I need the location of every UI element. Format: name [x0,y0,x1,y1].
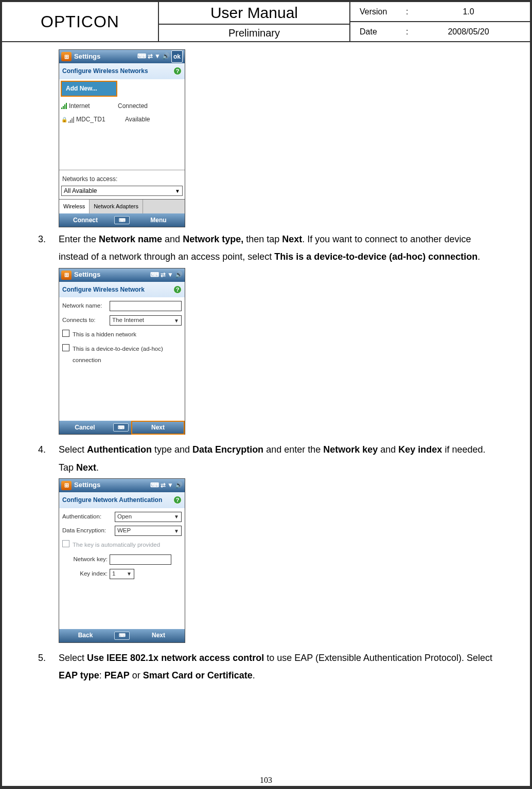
network-name: MDC_TD1 [76,114,125,125]
section-title: Configure Wireless Networks [62,65,148,77]
bold: Network type, [183,234,243,244]
step-3: 3. Enter the Network name and Network ty… [33,230,499,438]
connection-icon[interactable]: ⇄ [161,269,166,281]
version-row: Version : 1.0 [350,2,530,22]
softkey-right[interactable]: Next [131,421,185,435]
text: to use EAP (Extensible Authentication Pr… [264,653,492,663]
bold: Next [76,462,96,473]
softkey-left[interactable]: Cancel [59,422,111,434]
add-new-button[interactable]: Add New... [61,81,117,97]
adhoc-checkbox[interactable]: This is a device-to-device (ad-hoc) conn… [62,344,182,366]
softkey-right[interactable]: Menu [132,214,185,226]
keyboard-icon: ⌨ [114,632,130,640]
wifi-icon[interactable]: ▼ [154,50,161,63]
bold: Authentication [87,444,152,455]
step-number: 5. [33,649,59,684]
bold: This is a device-to-device (ad-hoc) conn… [274,252,477,262]
volume-icon[interactable]: 🔊 [162,50,170,63]
connection-icon[interactable]: ⇄ [148,50,153,63]
bold: Next [282,234,302,244]
help-icon[interactable]: ? [173,67,182,75]
step-text: Select Use IEEE 802.1x network access co… [59,649,499,684]
tab-bar: Wireless Network Adapters [59,199,185,213]
softkey-left[interactable]: Connect [59,214,112,226]
step-number: 3. [33,230,59,438]
network-key-input[interactable] [110,554,171,565]
field-label: Connects to: [62,315,110,326]
encryption-dropdown[interactable]: WEP ▼ [115,526,182,536]
field-label: Network name: [62,300,110,312]
connects-to-dropdown[interactable]: The Internet ▼ [110,315,182,326]
start-icon[interactable]: ⊞ [61,481,72,490]
sip-toggle[interactable]: ⌨ [112,216,132,224]
volume-icon[interactable]: 🔊 [175,269,183,281]
window-title: Settings [74,268,100,281]
page-content: ⊞ Settings ⌨ ⇄ ▼ 🔊 ok Configure Wireless… [2,42,530,689]
start-icon[interactable]: ⊞ [61,52,72,61]
wifi-icon[interactable]: ▼ [167,269,173,281]
wifi-icon[interactable]: ▼ [167,479,173,491]
step-text: Enter the Network name and Network type,… [59,230,499,438]
phone-screenshot-2: ⊞ Settings ⌨ ⇄ ▼ 🔊 Configure Wireless Ne… [59,268,185,435]
window-title: Settings [74,50,100,63]
hidden-network-checkbox[interactable]: This is a hidden network [62,329,182,340]
phone-screenshot-3: ⊞ Settings ⌨ ⇄ ▼ 🔊 Configure Network Aut… [59,478,185,643]
text: : [99,670,104,680]
volume-icon[interactable]: 🔊 [175,479,183,491]
network-row[interactable]: 🔒 MDC_TD1 Available [61,113,183,127]
ok-button[interactable]: ok [171,50,183,63]
access-dropdown[interactable]: All Available ▼ [61,186,183,196]
softkey-bar: Back ⌨ Next [59,629,185,642]
text: . [96,462,99,473]
bold: Use IEEE 802.1x network access control [87,653,264,663]
section-title: Configure Network Authentication [62,494,162,506]
network-status: Connected [118,100,148,112]
softkey-right[interactable]: Next [132,630,185,641]
tab-adapters[interactable]: Network Adapters [90,200,143,213]
wm-titlebar: ⊞ Settings ⌨ ⇄ ▼ 🔊 ok [59,50,185,63]
field-label: Data Encryption: [62,525,115,536]
softkey-left[interactable]: Back [59,630,112,641]
form-body: Network name: Connects to: The Internet … [59,297,185,421]
network-name-input[interactable] [110,301,182,311]
tab-wireless[interactable]: Wireless [59,200,90,213]
bold: Network key [323,444,378,455]
start-icon[interactable]: ⊞ [61,271,72,280]
keyboard-icon[interactable]: ⌨ [137,50,146,63]
connects-to-row: Connects to: The Internet ▼ [62,315,182,326]
page-rule [2,786,530,787]
checkbox-icon [62,344,69,351]
version-label: Version [360,7,406,16]
date-label: Date [360,27,406,37]
sip-toggle[interactable]: ⌨ [112,632,132,640]
text: . [253,670,255,680]
chevron-down-icon: ▼ [174,316,179,326]
network-name: Internet [69,100,118,112]
network-name-row: Network name: [62,300,182,312]
chevron-down-icon: ▼ [127,569,132,579]
colon: : [406,7,416,16]
form-body: Authentication: Open ▼ Data Encryption: … [59,508,185,629]
connection-icon[interactable]: ⇄ [161,479,166,491]
auth-dropdown[interactable]: Open ▼ [115,512,182,522]
signal-icon [68,117,74,123]
step-number: 4. [33,441,59,645]
system-tray: ⌨ ⇄ ▼ 🔊 ok [137,50,183,63]
bold: EAP type [59,670,99,680]
field-label: Key index: [62,568,110,580]
help-icon[interactable]: ? [173,285,182,294]
key-index-dropdown[interactable]: 1 ▼ [110,569,134,579]
softkey-bar: Cancel ⌨ Next [59,421,185,434]
system-tray: ⌨ ⇄ ▼ 🔊 [150,269,183,281]
sip-toggle[interactable]: ⌨ [111,423,131,432]
help-icon[interactable]: ? [173,496,182,504]
keyboard-icon[interactable]: ⌨ [150,479,159,491]
access-value: All Available [64,185,97,197]
text: and [378,444,398,455]
keyboard-icon[interactable]: ⌨ [150,269,159,281]
date-row: Date : 2008/05/20 [350,22,530,41]
network-row[interactable]: Internet Connected [61,99,183,113]
dropdown-value: WEP [117,525,131,536]
step-5: 5. Select Use IEEE 802.1x network access… [33,649,499,684]
text: type and [152,444,192,455]
